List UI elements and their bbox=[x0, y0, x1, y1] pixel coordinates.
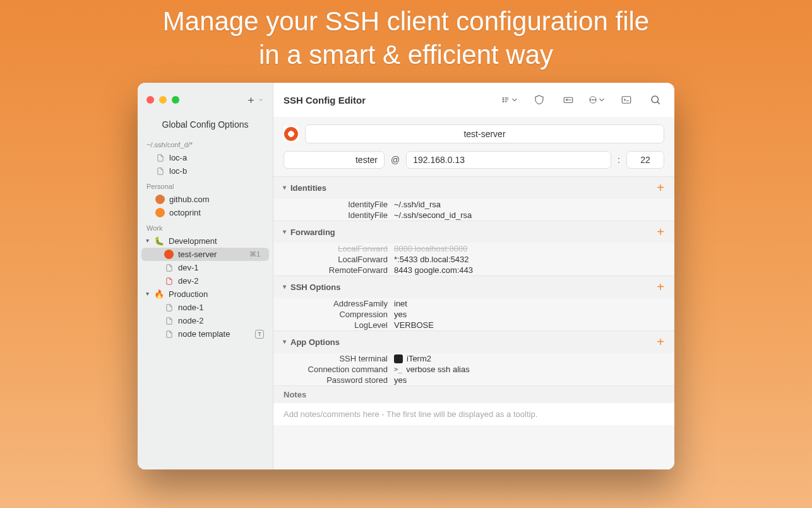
section-notes: Notes bbox=[273, 385, 674, 403]
file-icon bbox=[155, 166, 165, 176]
section-forwarding[interactable]: ▸ Forwarding + bbox=[273, 221, 674, 243]
keys-button[interactable] bbox=[559, 91, 577, 109]
port-input[interactable] bbox=[626, 151, 664, 169]
minimize-window-button[interactable] bbox=[159, 96, 167, 104]
sidebar-item-node-template[interactable]: node template T bbox=[138, 327, 273, 341]
kv-row[interactable]: RemoteForward8443 google.com:443 bbox=[273, 265, 674, 275]
svg-point-2 bbox=[503, 101, 503, 102]
chevron-down-icon bbox=[510, 94, 519, 106]
kv-row[interactable]: LocalForward*:5433 db.local:5432 bbox=[273, 254, 674, 265]
notes-textarea[interactable]: Add notes/comments here - The first line… bbox=[273, 403, 674, 425]
add-host-button[interactable] bbox=[246, 95, 264, 105]
github-icon bbox=[155, 195, 165, 204]
sidebar-item-github[interactable]: github.com bbox=[138, 193, 273, 206]
toolbar: SSH Config Editor bbox=[273, 83, 674, 117]
sidebar-item-dev-1[interactable]: dev-1 bbox=[138, 261, 273, 274]
host-address-input[interactable] bbox=[406, 151, 611, 169]
svg-point-6 bbox=[592, 99, 593, 100]
template-badge: T bbox=[255, 330, 264, 339]
add-ssh-option-button[interactable]: + bbox=[657, 280, 664, 294]
zoom-window-button[interactable] bbox=[172, 96, 179, 104]
add-app-option-button[interactable]: + bbox=[657, 335, 664, 349]
add-identity-button[interactable]: + bbox=[657, 181, 664, 195]
app-icon bbox=[394, 354, 403, 363]
more-button[interactable] bbox=[588, 91, 606, 109]
sidebar-folder-production[interactable]: ▸ 🔥 Production bbox=[138, 287, 273, 301]
shield-icon bbox=[534, 94, 545, 106]
traffic-lights bbox=[146, 96, 179, 104]
file-icon bbox=[164, 276, 174, 286]
group-label-conf-d: ~/.ssh/conf_d/* bbox=[138, 136, 273, 151]
chevron-down-icon: ▸ bbox=[145, 239, 152, 243]
sidebar: Global Config Options ~/.ssh/conf_d/* lo… bbox=[138, 83, 273, 469]
file-icon bbox=[155, 153, 165, 162]
section-app-options[interactable]: ▸ App Options + bbox=[273, 330, 674, 353]
kv-row[interactable]: IdentityFile~/.ssh/id_rsa bbox=[273, 199, 674, 210]
sidebar-item-label: node-1 bbox=[178, 303, 203, 312]
shield-button[interactable] bbox=[530, 91, 548, 109]
marketing-headline: Manage your SSH client configuration fil… bbox=[163, 5, 649, 71]
svg-point-0 bbox=[503, 98, 503, 99]
file-icon bbox=[164, 303, 174, 312]
at-label: @ bbox=[391, 155, 400, 165]
sidebar-item-label: github.com bbox=[169, 195, 210, 204]
sidebar-item-node-2[interactable]: node-2 bbox=[138, 314, 273, 327]
sidebar-item-label: loc-b bbox=[169, 166, 187, 176]
group-label-personal: Personal bbox=[138, 178, 273, 193]
chevron-down-icon: ▸ bbox=[145, 293, 152, 296]
close-window-button[interactable] bbox=[146, 96, 154, 104]
list-icon bbox=[501, 94, 510, 106]
sidebar-item-label: Development bbox=[169, 236, 217, 246]
content-pane: SSH Config Editor @ bbox=[273, 83, 674, 469]
ubuntu-icon bbox=[284, 127, 298, 141]
username-input[interactable] bbox=[284, 151, 385, 169]
sidebar-item-label: test-server bbox=[178, 250, 217, 259]
sidebar-item-label: node template bbox=[178, 329, 230, 339]
sidebar-folder-development[interactable]: ▸ 🐛 Development bbox=[138, 234, 273, 248]
sidebar-item-test-server[interactable]: test-server ⌘1 bbox=[141, 248, 269, 261]
host-name-input[interactable] bbox=[305, 124, 664, 143]
terminal-button[interactable] bbox=[618, 91, 635, 109]
folder-emoji-icon: 🔥 bbox=[154, 289, 164, 299]
section-ssh-options[interactable]: ▸ SSH Options + bbox=[273, 275, 674, 298]
sort-button[interactable] bbox=[501, 91, 519, 109]
key-icon bbox=[563, 94, 574, 106]
search-icon bbox=[650, 94, 661, 106]
kv-row-disabled[interactable]: LocalForward8080 localhost:8080 bbox=[273, 243, 674, 254]
kv-row[interactable]: SSH terminaliTerm2 bbox=[273, 353, 674, 364]
kv-row[interactable]: Password storedyes bbox=[273, 375, 674, 385]
sidebar-item-label: loc-a bbox=[169, 153, 187, 162]
kv-row[interactable]: LogLevelVERBOSE bbox=[273, 320, 674, 330]
titlebar-left bbox=[138, 83, 273, 117]
sidebar-item-label: node-2 bbox=[178, 316, 203, 325]
kv-row[interactable]: AddressFamilyinet bbox=[273, 298, 674, 309]
search-button[interactable] bbox=[647, 91, 664, 109]
file-icon bbox=[164, 316, 174, 325]
sidebar-item-octoprint[interactable]: octoprint bbox=[138, 206, 273, 219]
group-label-work: Work bbox=[138, 219, 273, 234]
file-icon bbox=[164, 329, 174, 339]
sidebar-item-loc-b[interactable]: loc-b bbox=[138, 164, 273, 178]
sidebar-item-label: Production bbox=[169, 289, 208, 299]
svg-point-7 bbox=[595, 99, 595, 100]
ubuntu-icon bbox=[164, 250, 174, 259]
sidebar-item-loc-a[interactable]: loc-a bbox=[138, 151, 273, 164]
sidebar-item-label: octoprint bbox=[169, 208, 201, 217]
svg-point-5 bbox=[590, 99, 591, 100]
ellipsis-icon bbox=[588, 94, 597, 106]
chevron-down-icon: ▸ bbox=[282, 231, 289, 234]
section-identities[interactable]: ▸ Identities + bbox=[273, 176, 674, 199]
octoprint-icon bbox=[155, 208, 165, 217]
kv-row[interactable]: Connection command>_verbose ssh alias bbox=[273, 364, 674, 375]
sidebar-item-dev-2[interactable]: dev-2 bbox=[138, 274, 273, 287]
kv-row[interactable]: Compressionyes bbox=[273, 309, 674, 320]
prompt-icon: >_ bbox=[394, 365, 402, 373]
add-forwarding-button[interactable]: + bbox=[657, 225, 664, 239]
kv-row[interactable]: IdentityFile~/.ssh/second_id_rsa bbox=[273, 210, 674, 221]
svg-point-1 bbox=[503, 99, 503, 100]
chevron-down-icon: ▸ bbox=[282, 286, 289, 289]
global-config-options[interactable]: Global Config Options bbox=[138, 117, 273, 136]
sidebar-item-node-1[interactable]: node-1 bbox=[138, 301, 273, 314]
folder-emoji-icon: 🐛 bbox=[154, 236, 164, 246]
chevron-down-icon: ▸ bbox=[282, 186, 289, 190]
